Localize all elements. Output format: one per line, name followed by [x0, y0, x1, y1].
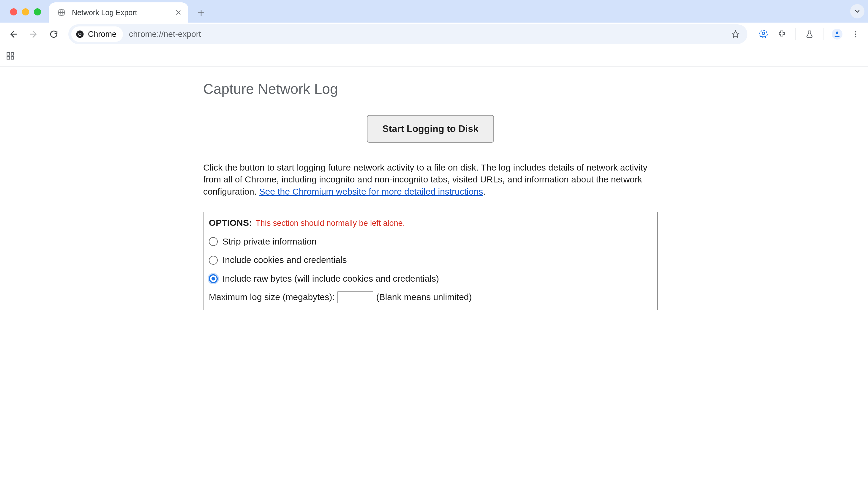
browser-tab[interactable]: Network Log Export — [49, 2, 188, 23]
instructions-link[interactable]: See the Chromium website for more detail… — [259, 187, 483, 196]
separator — [795, 28, 796, 40]
svg-point-6 — [836, 31, 839, 34]
options-panel: OPTIONS: This section should normally be… — [203, 212, 658, 310]
options-note: This section should normally be left alo… — [255, 219, 405, 227]
tabs-dropdown-button[interactable] — [850, 4, 864, 19]
radio-include-cookies[interactable]: Include cookies and credentials — [209, 254, 652, 266]
separator — [823, 28, 823, 40]
radio-icon — [209, 256, 218, 265]
svg-rect-12 — [7, 57, 10, 59]
forward-button[interactable] — [25, 26, 42, 43]
radio-strip-private[interactable]: Strip private information — [209, 236, 652, 248]
apps-grid-icon[interactable] — [3, 48, 18, 63]
back-button[interactable] — [5, 26, 22, 43]
chrome-icon — [75, 30, 84, 39]
svg-rect-10 — [7, 53, 10, 55]
svg-rect-11 — [11, 53, 14, 55]
radio-label: Strip private information — [223, 236, 317, 248]
url-text: chrome://net-export — [129, 29, 725, 39]
window-minimize[interactable] — [22, 8, 29, 16]
max-log-size-input[interactable] — [338, 292, 373, 303]
max-log-size-label: Maximum log size (megabytes): — [209, 291, 334, 303]
window-zoom[interactable] — [34, 8, 41, 16]
tab-strip: Network Log Export — [0, 0, 868, 23]
start-logging-button[interactable]: Start Logging to Disk — [367, 115, 494, 143]
bookmarks-bar — [0, 46, 868, 67]
page-title: Capture Network Log — [203, 80, 658, 99]
tab-title: Network Log Export — [72, 8, 168, 17]
page-content: Capture Network Log Start Logging to Dis… — [0, 67, 868, 310]
new-tab-button[interactable] — [196, 8, 206, 18]
radio-icon — [209, 274, 218, 283]
radio-icon — [209, 237, 218, 246]
window-controls — [10, 8, 41, 16]
globe-icon — [57, 8, 66, 17]
close-tab-icon[interactable] — [174, 8, 182, 17]
radio-include-raw-bytes[interactable]: Include raw bytes (will include cookies … — [209, 273, 652, 285]
reload-button[interactable] — [45, 26, 63, 43]
svg-point-8 — [855, 33, 857, 35]
radio-label: Include cookies and credentials — [223, 254, 347, 266]
max-log-size-hint: (Blank means unlimited) — [376, 291, 472, 303]
svg-point-9 — [855, 36, 857, 38]
svg-point-7 — [855, 31, 857, 33]
site-chip[interactable]: Chrome — [71, 26, 123, 42]
site-chip-label: Chrome — [88, 30, 117, 39]
avatar — [832, 29, 842, 40]
description: Click the button to start logging future… — [203, 162, 658, 198]
bookmark-star-icon[interactable] — [731, 29, 740, 39]
extensions-icon[interactable] — [774, 26, 790, 42]
description-suffix: . — [483, 187, 486, 196]
svg-point-3 — [79, 33, 81, 35]
labs-icon[interactable] — [802, 26, 817, 42]
account-sync-icon[interactable] — [756, 26, 771, 42]
options-heading: OPTIONS: — [209, 218, 252, 227]
radio-label: Include raw bytes (will include cookies … — [223, 273, 439, 285]
window-close[interactable] — [10, 8, 17, 16]
svg-rect-13 — [11, 57, 14, 59]
menu-button[interactable] — [848, 26, 863, 42]
profile-button[interactable] — [829, 26, 845, 42]
address-bar[interactable]: Chrome chrome://net-export — [68, 24, 747, 44]
svg-point-5 — [762, 32, 765, 35]
toolbar: Chrome chrome://net-export — [0, 23, 868, 46]
